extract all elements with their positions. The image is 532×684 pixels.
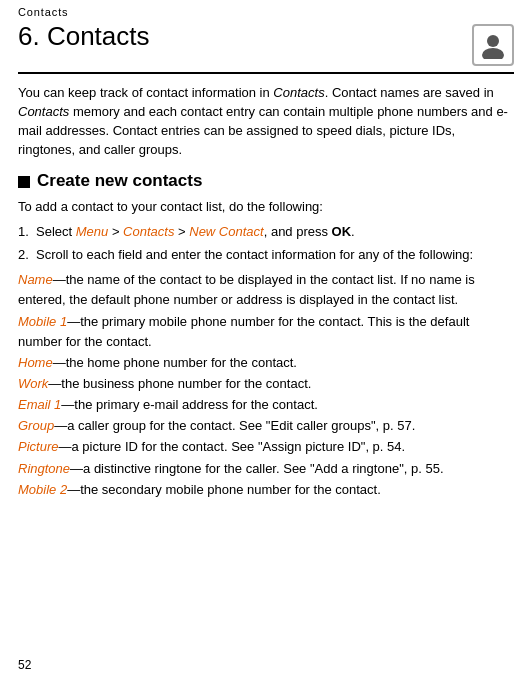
step-1-text: Select Menu > Contacts > New Contact, an… [36, 223, 514, 242]
field-name: Name—the name of the contact to be displ… [18, 270, 514, 310]
field-name-label: Name [18, 272, 53, 287]
svg-point-0 [487, 35, 499, 47]
field-ringtone-label: Ringtone [18, 461, 70, 476]
svg-point-1 [482, 48, 504, 59]
section-lead: To add a contact to your contact list, d… [18, 198, 514, 217]
content: You can keep track of contact informatio… [0, 84, 532, 500]
divider-line [18, 72, 514, 74]
step-2-num: 2. [18, 246, 36, 265]
page-number: 52 [18, 658, 31, 672]
step-1-num: 1. [18, 223, 36, 242]
new-contact-link: New Contact [189, 224, 263, 239]
field-mobile2: Mobile 2—the secondary mobile phone numb… [18, 480, 514, 500]
contact-icon [472, 24, 514, 66]
field-mobile2-label: Mobile 2 [18, 482, 67, 497]
page: Contacts 6. Contacts You can keep track … [0, 0, 532, 684]
field-home-label: Home [18, 355, 53, 370]
field-work: Work—the business phone number for the c… [18, 374, 514, 394]
contacts-link-1: Contacts [273, 85, 324, 100]
contacts-link-3: Contacts [123, 224, 174, 239]
field-home: Home—the home phone number for the conta… [18, 353, 514, 373]
step-2: 2. Scroll to each field and enter the co… [18, 246, 514, 265]
field-picture: Picture—a picture ID for the contact. Se… [18, 437, 514, 457]
page-title: 6. Contacts [18, 22, 150, 51]
field-ringtone: Ringtone—a distinctive ringtone for the … [18, 459, 514, 479]
person-icon [479, 31, 507, 59]
section-heading: Create new contacts [18, 171, 514, 191]
ok-label: OK [332, 224, 352, 239]
top-label: Contacts [0, 0, 532, 20]
step-1: 1. Select Menu > Contacts > New Contact,… [18, 223, 514, 242]
fields-list: Name—the name of the contact to be displ… [18, 270, 514, 500]
field-work-label: Work [18, 376, 48, 391]
steps-list: 1. Select Menu > Contacts > New Contact,… [18, 223, 514, 266]
menu-link: Menu [76, 224, 109, 239]
field-mobile1: Mobile 1—the primary mobile phone number… [18, 312, 514, 352]
field-group: Group—a caller group for the contact. Se… [18, 416, 514, 436]
contacts-link-2: Contacts [18, 104, 69, 119]
field-picture-label: Picture [18, 439, 58, 454]
section-square-icon [18, 176, 30, 188]
field-email1: Email 1—the primary e-mail address for t… [18, 395, 514, 415]
section-heading-text: Create new contacts [37, 171, 202, 191]
header-row: 6. Contacts [0, 20, 532, 66]
field-mobile1-label: Mobile 1 [18, 314, 67, 329]
field-group-label: Group [18, 418, 54, 433]
field-email1-label: Email 1 [18, 397, 61, 412]
step-2-text: Scroll to each field and enter the conta… [36, 246, 514, 265]
intro-text: You can keep track of contact informatio… [18, 84, 514, 159]
